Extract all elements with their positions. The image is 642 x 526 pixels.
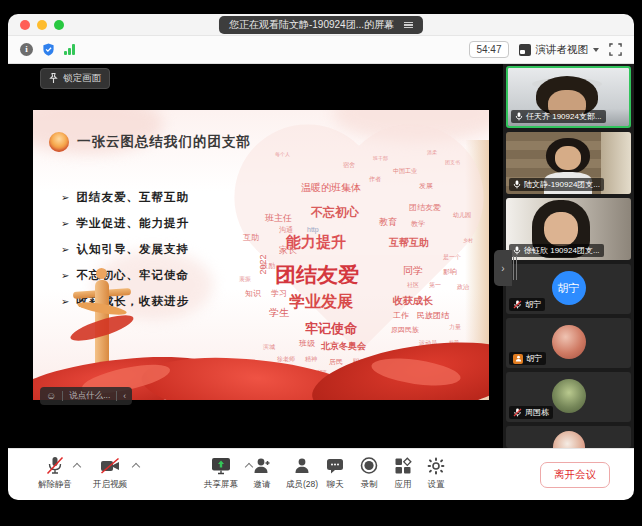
meeting-app: 您正在观看陆文静-190924团...的屏幕 i 54:47 演讲者视图 — [0, 0, 642, 526]
meeting-timer: 54:47 — [469, 41, 508, 58]
divider — [62, 391, 63, 401]
wordcloud-word: 知识 — [245, 290, 261, 298]
slide-bullet: ➢团结友爱、互帮互助 — [61, 190, 189, 216]
slide-bullet: ➢认知引导、发展支持 — [61, 242, 189, 268]
share-screen-button[interactable]: 共享屏幕 — [204, 456, 238, 491]
chat-label: 聊天 — [327, 479, 344, 491]
zoom-window-button[interactable] — [54, 20, 64, 30]
participant-tile-avatar[interactable]: 胡宁 — [506, 318, 631, 368]
chat-button[interactable]: 聊天 — [324, 456, 346, 491]
flame-emblem-icon — [49, 132, 69, 152]
window-controls — [20, 20, 64, 30]
wordcloud-word: 教学 — [411, 220, 425, 227]
share-screen-icon — [210, 456, 232, 476]
bullet-marker-icon: ➢ — [61, 244, 69, 255]
connection-signal-icon — [64, 44, 75, 55]
participant-tile-avatar[interactable]: 胡宁 胡宁 — [506, 264, 631, 314]
minimize-window-button[interactable] — [37, 20, 47, 30]
avatar: 胡宁 — [552, 271, 586, 305]
comment-input-placeholder[interactable]: 说点什么... — [69, 390, 110, 402]
invite-person-icon — [251, 456, 273, 476]
wordcloud-word: 影响 — [443, 268, 457, 275]
mic-options-chevron-icon[interactable] — [74, 462, 81, 469]
wordcloud-word: 每个人 — [275, 152, 290, 157]
start-video-button[interactable]: 开启视频 — [93, 456, 127, 491]
apps-label: 应用 — [395, 479, 412, 491]
gear-icon — [425, 456, 447, 476]
meeting-main-area: 锁定画面 一张云图总结我们的团支部 ➢团结友爱、互帮互助➢学业促进、能力提升➢认… — [8, 64, 634, 448]
meeting-toolbar-top: i 54:47 演讲者视图 — [8, 36, 634, 64]
divider — [116, 391, 117, 401]
mic-muted-icon — [513, 408, 522, 417]
speaker-view-icon — [519, 44, 531, 56]
close-window-button[interactable] — [20, 20, 30, 30]
participant-tile-avatar[interactable]: 周国栋 — [506, 372, 631, 422]
video-options-chevron-icon[interactable] — [133, 462, 140, 469]
emoji-icon[interactable]: ☺ — [46, 391, 56, 401]
participants-icon — [291, 456, 313, 476]
fullscreen-icon[interactable] — [609, 43, 622, 56]
wordcloud-word: 社区 — [407, 282, 419, 288]
wordcloud-word: 温暖的班集体 — [301, 183, 361, 193]
participants-button[interactable]: 成员(28) — [286, 456, 318, 491]
participant-tile-video[interactable]: 任天齐 190924支部... — [506, 66, 631, 128]
participants-count-label: 成员(28) — [286, 479, 318, 491]
pin-screen-button[interactable]: 锁定画面 — [40, 68, 110, 89]
view-mode-label: 演讲者视图 — [536, 43, 589, 57]
shared-screen-area: 锁定画面 一张云图总结我们的团支部 ➢团结友爱、互帮互助➢学业促进、能力提升➢认… — [8, 64, 503, 448]
record-label: 录制 — [361, 479, 378, 491]
participant-tile-video[interactable]: 徐钰欣 190924团支... — [506, 198, 631, 260]
sidebar-collapse-handle[interactable]: › — [494, 250, 512, 286]
start-video-label: 开启视频 — [93, 479, 127, 491]
wordcloud-word: 原因民族 — [391, 326, 419, 333]
participant-name-label: 周国栋 — [509, 406, 553, 419]
avatar — [552, 325, 586, 359]
meeting-controls-bar: 解除静音 开启视频 共享屏幕 — [8, 448, 634, 500]
wordcloud-word: 民族团结 — [417, 312, 449, 320]
meeting-info-icon[interactable]: i — [20, 43, 33, 56]
wordcloud-word: 团结友爱 — [409, 204, 441, 212]
wordcloud-word: 政治 — [457, 284, 469, 290]
participant-name-label: 胡宁 — [509, 352, 546, 365]
wordcloud-word: http — [307, 226, 319, 233]
wordcloud-word: 班干部 — [373, 156, 388, 161]
invite-label: 邀请 — [254, 479, 271, 491]
comment-bar[interactable]: ☺ 说点什么... ‹ — [40, 387, 132, 405]
wordcloud-word: 沟通 — [279, 226, 293, 233]
view-mode-button[interactable]: 演讲者视图 — [519, 43, 600, 57]
wordcloud-word: 幼儿园 — [453, 212, 471, 218]
invite-button[interactable]: 邀请 — [251, 456, 273, 491]
window-titlebar: 您正在观看陆文静-190924团...的屏幕 — [8, 14, 634, 36]
banner-menu-icon[interactable] — [404, 22, 413, 29]
settings-button[interactable]: 设置 — [425, 456, 447, 491]
chat-bubble-icon — [324, 456, 346, 476]
wordcloud-word: 家长 — [279, 246, 297, 255]
pin-icon — [49, 73, 58, 84]
mic-on-icon — [513, 246, 521, 255]
wordcloud-word: 教育 — [379, 218, 397, 227]
record-icon — [358, 456, 380, 476]
wordcloud-word: 乡村 — [463, 238, 473, 243]
unmute-button[interactable]: 解除静音 — [38, 456, 72, 491]
participant-tile-video[interactable]: 陆文静-190924团支... — [506, 132, 631, 194]
security-shield-icon[interactable] — [42, 43, 55, 56]
participant-name-label: 任天齐 190924支部... — [511, 110, 606, 123]
wordcloud-word: 第一 — [429, 282, 441, 288]
wordcloud-word: 不忘初心 — [311, 206, 359, 218]
record-button[interactable]: 录制 — [358, 456, 380, 491]
slide-title-text: 一张云图总结我们的团支部 — [77, 133, 251, 151]
wordcloud-word: 宿舍 — [343, 162, 355, 168]
wordcloud-word: 互帮互助 — [389, 238, 429, 248]
participant-name-label: 胡宁 — [509, 298, 545, 311]
wordcloud-word: 学业发展 — [289, 294, 353, 310]
collapse-comment-icon[interactable]: ‹ — [123, 391, 126, 401]
participant-tile-avatar[interactable] — [506, 426, 631, 448]
wordcloud-word: 团结友爱 — [275, 264, 359, 285]
wordcloud-word: 裴振 — [239, 276, 251, 282]
zoom-window: 您正在观看陆文静-190924团...的屏幕 i 54:47 演讲者视图 — [8, 14, 634, 500]
sidebar-drag-lines[interactable] — [513, 256, 517, 280]
leave-meeting-button[interactable]: 离开会议 — [540, 462, 610, 488]
apps-button[interactable]: 应用 — [392, 456, 414, 491]
wordcloud-word: 互助 — [243, 234, 259, 242]
viewing-banner: 您正在观看陆文静-190924团...的屏幕 — [219, 16, 423, 34]
